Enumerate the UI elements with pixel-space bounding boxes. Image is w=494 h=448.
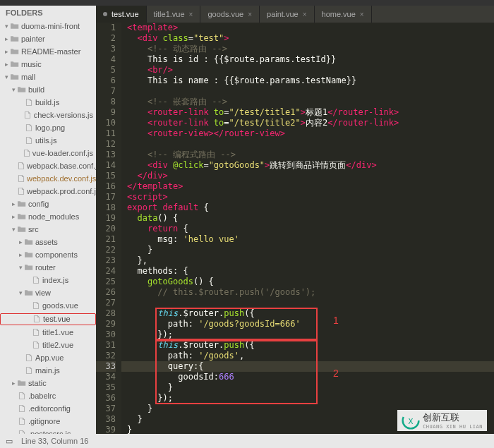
code-line[interactable]: <!-- 动态路由 --> <box>121 44 494 54</box>
tree-file[interactable]: title2.vue <box>0 340 96 351</box>
code-line[interactable]: export default { <box>121 202 494 213</box>
tab[interactable]: home.vue× <box>315 6 372 23</box>
tree-file[interactable]: index.js <box>0 275 96 286</box>
tab[interactable]: title1.vue× <box>147 6 201 23</box>
code-line[interactable]: // this.$router.push('/goods'); <box>121 287 494 298</box>
code-line[interactable] <box>121 298 494 308</box>
tree-file[interactable]: .gitignore <box>0 416 96 427</box>
tree-file[interactable]: check-versions.js <box>0 110 96 121</box>
code-line[interactable]: </template> <box>121 181 494 192</box>
disclosure-icon[interactable]: ▸ <box>17 237 24 248</box>
statusbar-switcher-icon[interactable]: ▭ <box>6 437 13 446</box>
code-line[interactable]: query:{ <box>121 361 494 372</box>
tree-folder[interactable]: ▸static <box>0 378 96 389</box>
disclosure-icon[interactable]: ▸ <box>10 378 17 389</box>
disclosure-icon[interactable]: ▾ <box>17 262 24 273</box>
tab-close-icon[interactable]: × <box>248 11 252 18</box>
disclosure-icon[interactable]: ▸ <box>10 212 17 222</box>
tree-file[interactable]: webpack.dev.conf.js <box>0 174 96 184</box>
code-line[interactable]: <script> <box>121 192 494 202</box>
tree-file[interactable]: webpack.prod.conf.js <box>0 186 96 197</box>
tree-folder[interactable]: ▾mall <box>0 72 96 83</box>
disclosure-icon[interactable]: ▾ <box>10 224 17 235</box>
tree-file[interactable]: main.js <box>0 365 96 376</box>
tree-file[interactable]: vue-loader.conf.js <box>0 148 96 159</box>
tree-folder[interactable]: ▾src <box>0 224 96 235</box>
tab[interactable]: test.vue <box>96 6 147 23</box>
code-line[interactable]: return { <box>121 224 494 234</box>
tab-close-icon[interactable]: × <box>189 11 193 18</box>
tree-file[interactable]: webpack.base.conf.js <box>0 161 96 171</box>
disclosure-icon[interactable]: ▸ <box>3 34 10 44</box>
code-line[interactable]: this.$router.push({ <box>121 340 494 351</box>
code-line[interactable]: data() { <box>121 213 494 224</box>
line-number: 28 <box>96 308 116 319</box>
tree-file[interactable]: .babelrc <box>0 391 96 401</box>
tree-folder[interactable]: ▾build <box>0 85 96 95</box>
code-line[interactable]: }, <box>121 255 494 266</box>
tree-folder[interactable]: ▾router <box>0 262 96 273</box>
code-line[interactable]: This is name : {{$route.params.testName}… <box>121 75 494 86</box>
token: <router-link <box>147 118 214 128</box>
tree-folder[interactable]: ▸README-master <box>0 47 96 57</box>
code-line[interactable]: <div class="test"> <box>121 33 494 44</box>
code-line[interactable]: msg: 'hello vue' <box>121 234 494 245</box>
token: methods: { <box>137 266 188 276</box>
tree-file[interactable]: build.js <box>0 97 96 108</box>
code-line[interactable]: <router-link to="/test/title1">标题1</rout… <box>121 107 494 118</box>
tree-file[interactable]: .editorconfig <box>0 404 96 414</box>
tree-file[interactable]: test.vue <box>0 313 96 325</box>
tab-close-icon[interactable]: × <box>360 11 364 18</box>
code-line[interactable]: } <box>121 245 494 255</box>
tree-folder[interactable]: ▸music <box>0 59 96 70</box>
tree-folder[interactable]: ▸assets <box>0 237 96 248</box>
disclosure-icon[interactable]: ▾ <box>17 288 24 298</box>
code-line[interactable]: this.$router.push({ <box>121 308 494 319</box>
tree-file[interactable]: title1.vue <box>0 327 96 338</box>
watermark-main: 创新互联 <box>423 411 483 424</box>
tree-folder[interactable]: ▸config <box>0 199 96 210</box>
tab-label: goods.vue <box>207 10 243 18</box>
tree-file[interactable]: goods.vue <box>0 301 96 311</box>
code-line[interactable]: <router-view></router-view> <box>121 128 494 139</box>
tree-file[interactable]: App.vue <box>0 353 96 363</box>
tree-folder[interactable]: ▸node_modules <box>0 212 96 222</box>
code-line[interactable]: gotoGoods() { <box>121 277 494 287</box>
disclosure-icon[interactable]: ▾ <box>3 72 10 83</box>
tree-file[interactable]: utils.js <box>0 135 96 146</box>
tree-folder[interactable]: ▸components <box>0 250 96 260</box>
code-line[interactable]: <router-link to="/test/title2">内容2</rout… <box>121 118 494 128</box>
tab-close-icon[interactable]: × <box>303 11 307 18</box>
disclosure-icon[interactable]: ▾ <box>3 21 10 32</box>
code-line[interactable]: <br/> <box>121 65 494 75</box>
code-line[interactable]: This is id : {{$route.params.testId}} <box>121 54 494 65</box>
tree-file[interactable]: logo.png <box>0 123 96 133</box>
code-line[interactable]: <template> <box>121 23 494 33</box>
code-line[interactable]: goodsId:666 <box>121 372 494 382</box>
disclosure-icon[interactable]: ▸ <box>17 250 24 260</box>
code-line[interactable]: <!-- 嵌套路由 --> <box>121 97 494 107</box>
code-line[interactable]: path: '/goods', <box>121 351 494 361</box>
tab[interactable]: paint.vue× <box>260 6 315 23</box>
tree-label: title2.vue <box>42 340 73 351</box>
disclosure-icon[interactable]: ▸ <box>10 199 17 210</box>
tree-folder[interactable]: ▾duoma-mini-front <box>0 21 96 32</box>
code-line[interactable]: }); <box>121 329 494 340</box>
code-line[interactable]: path: '/goods?goodsId=666' <box>121 319 494 329</box>
code-line[interactable]: <!-- 编程式路由 --> <box>121 150 494 160</box>
code-body[interactable]: <template> <div class="test"> <!-- 动态路由 … <box>121 23 494 434</box>
code-line[interactable]: }); <box>121 393 494 404</box>
tab[interactable]: goods.vue× <box>200 6 260 23</box>
tree-folder[interactable]: ▾view <box>0 288 96 298</box>
code-line[interactable] <box>121 139 494 150</box>
code-line[interactable]: methods: { <box>121 266 494 277</box>
code-line[interactable]: } <box>121 382 494 393</box>
code-line[interactable] <box>121 86 494 97</box>
tree-file[interactable]: .postcssrc.js <box>0 429 96 435</box>
disclosure-icon[interactable]: ▾ <box>10 85 17 95</box>
code-line[interactable]: <div @click="gotoGoods">跳转到商品详情页面</div> <box>121 160 494 171</box>
code-line[interactable]: </div> <box>121 171 494 181</box>
disclosure-icon[interactable]: ▸ <box>3 59 10 70</box>
disclosure-icon[interactable]: ▸ <box>3 47 10 57</box>
tree-folder[interactable]: ▸painter <box>0 34 96 44</box>
